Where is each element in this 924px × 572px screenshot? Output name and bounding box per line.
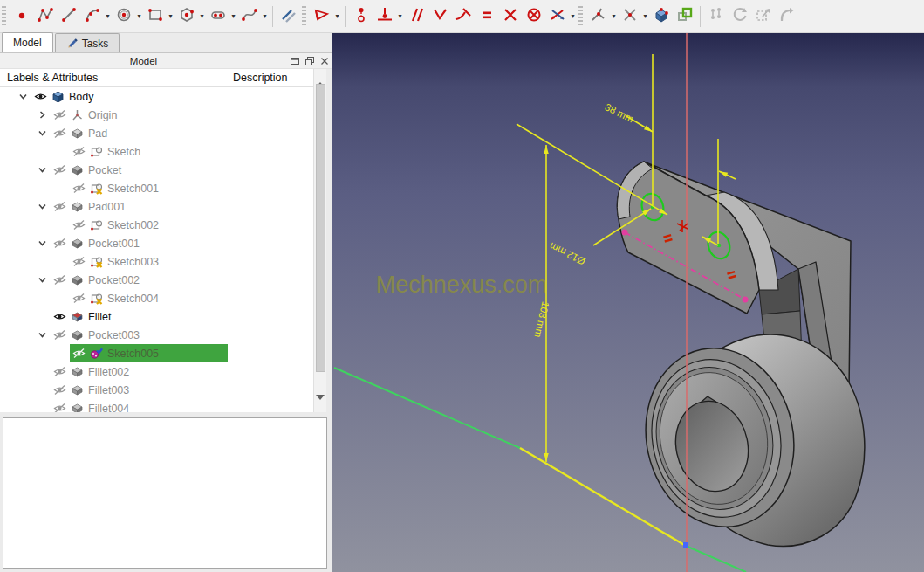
chevron-down-icon[interactable]: ▾ [261, 4, 269, 29]
line-button[interactable] [57, 4, 80, 29]
eye-hidden-icon[interactable] [51, 381, 69, 399]
eye-hidden-icon[interactable] [51, 234, 69, 252]
toolbar-grip[interactable] [302, 6, 306, 27]
tree-item-sketch005[interactable]: Sketch005 [0, 344, 313, 362]
eye-hidden-icon[interactable] [51, 271, 69, 289]
chevron-down-icon[interactable] [14, 87, 31, 106]
eye-hidden-icon[interactable] [70, 289, 88, 307]
clone-button[interactable] [673, 4, 696, 29]
expand-button[interactable] [751, 4, 775, 29]
float-icon[interactable] [302, 55, 317, 67]
chevron-down-icon[interactable] [33, 326, 51, 344]
tree-item-pocket[interactable]: Pocket [0, 161, 313, 179]
tree-item-pocket003[interactable]: Pocket003 [0, 326, 313, 344]
close-icon[interactable] [317, 55, 332, 67]
tree-item-sketch[interactable]: Sketch [0, 142, 313, 161]
dimension-caliper-button[interactable] [310, 4, 333, 29]
tree-item-sketch002[interactable]: Sketch002 [0, 216, 313, 234]
eye-hidden-icon[interactable] [70, 252, 88, 271]
scrollbar-thumb[interactable] [316, 84, 325, 372]
column-divider[interactable] [229, 69, 229, 87]
constraint-perpendicular-button[interactable] [428, 4, 451, 29]
polygon-button[interactable] [175, 4, 198, 29]
model-tree: BodyOriginPadSketchPocketSketch001Pad001… [0, 87, 313, 412]
eye-hidden-icon[interactable] [70, 142, 88, 161]
scroll-up-icon[interactable] [316, 70, 325, 79]
chevron-down-icon[interactable]: ▾ [229, 4, 237, 29]
constraint-equal-button[interactable] [475, 4, 498, 29]
chevron-down-icon[interactable] [33, 197, 51, 216]
dimension-arrows-button[interactable] [545, 4, 569, 29]
polyline-button[interactable] [33, 4, 57, 29]
chevron-down-icon[interactable] [33, 234, 51, 252]
tree-item-fillet003[interactable]: Fillet003 [0, 381, 313, 399]
tab-tasks[interactable]: Tasks [55, 33, 120, 52]
tree-item-sketch003[interactable]: Sketch003 [0, 252, 313, 271]
constraint-parallel-button[interactable] [404, 4, 428, 29]
bspline-button[interactable] [237, 4, 261, 29]
scroll-down-icon[interactable] [316, 400, 325, 409]
tree-item-sketch001[interactable]: Sketch001 [0, 179, 313, 197]
tree-item-body[interactable]: Body [0, 87, 313, 106]
eye-hidden-icon[interactable] [70, 179, 88, 197]
chevron-down-icon[interactable]: ▾ [167, 4, 175, 29]
tree-item-origin[interactable]: Origin [0, 106, 313, 124]
sketch-warn-icon [88, 252, 105, 271]
eye-hidden-icon[interactable] [51, 326, 69, 344]
chevron-down-icon[interactable] [33, 271, 51, 289]
eye-open-icon[interactable] [51, 307, 69, 326]
eye-hidden-icon[interactable] [51, 197, 69, 216]
chevron-down-icon[interactable]: ▾ [104, 4, 112, 29]
eye-hidden-icon[interactable] [51, 399, 69, 412]
constraint-coincident-button[interactable] [349, 4, 373, 29]
constraint-tangent-button[interactable] [451, 4, 475, 29]
orient-button[interactable] [728, 4, 751, 29]
chevron-down-icon[interactable] [33, 161, 51, 179]
eye-hidden-icon[interactable] [51, 124, 69, 142]
constraint-symmetric-button[interactable] [498, 4, 522, 29]
constraint-point-on-object-button[interactable] [373, 4, 396, 29]
toolbar-grip[interactable] [578, 6, 583, 27]
slot-button[interactable] [206, 4, 229, 29]
chevron-down-icon[interactable]: ▾ [135, 4, 143, 29]
eye-hidden-icon[interactable] [70, 216, 88, 234]
chevron-right-icon[interactable] [33, 106, 51, 124]
chevron-down-icon[interactable]: ▾ [569, 4, 577, 29]
point-button[interactable] [10, 4, 33, 29]
eye-open-icon[interactable] [31, 87, 50, 106]
map-solid-button[interactable] [649, 4, 673, 29]
chevron-down-icon[interactable]: ▾ [198, 4, 206, 29]
tree-item-sketch004[interactable]: Sketch004 [0, 289, 313, 307]
chevron-down-icon[interactable] [33, 124, 51, 142]
eye-hidden-icon[interactable] [70, 344, 88, 362]
tree-item-pocket001[interactable]: Pocket001 [0, 234, 313, 252]
mirror-button[interactable] [775, 4, 798, 29]
chevron-down-icon[interactable]: ▾ [641, 4, 649, 29]
chevron-down-icon[interactable]: ▾ [610, 4, 618, 29]
split-button[interactable] [586, 4, 610, 29]
tree-item-fillet[interactable]: Fillet [0, 307, 313, 326]
chevron-down-icon[interactable]: ▾ [333, 4, 341, 29]
toolbar-grip[interactable] [2, 6, 6, 27]
tree-item-pocket002[interactable]: Pocket002 [0, 271, 313, 289]
tree-item-fillet004[interactable]: Fillet004 [0, 399, 313, 412]
arc-button[interactable] [80, 4, 104, 29]
tree-item-pad[interactable]: Pad [0, 124, 313, 142]
constraint-block-button[interactable] [522, 4, 545, 29]
tree-item-fillet002[interactable]: Fillet002 [0, 362, 313, 381]
select-constraints-button[interactable] [704, 4, 728, 29]
tree-scrollbar[interactable] [313, 69, 326, 412]
tree-item-pad001[interactable]: Pad001 [0, 197, 313, 216]
circle-button[interactable] [112, 4, 135, 29]
eye-hidden-icon[interactable] [51, 161, 69, 179]
rectangle-button[interactable] [143, 4, 167, 29]
tab-model[interactable]: Model [2, 32, 53, 52]
3d-viewport[interactable]: Mechnexus.com [332, 33, 924, 572]
eye-hidden-icon[interactable] [51, 106, 69, 124]
eye-hidden-icon[interactable] [51, 362, 69, 381]
minimize-icon[interactable] [287, 55, 302, 67]
external-geometry-button[interactable] [277, 4, 300, 29]
chevron-down-icon[interactable]: ▾ [396, 4, 404, 29]
pocket-icon [69, 271, 86, 289]
trim-button[interactable] [618, 4, 641, 29]
